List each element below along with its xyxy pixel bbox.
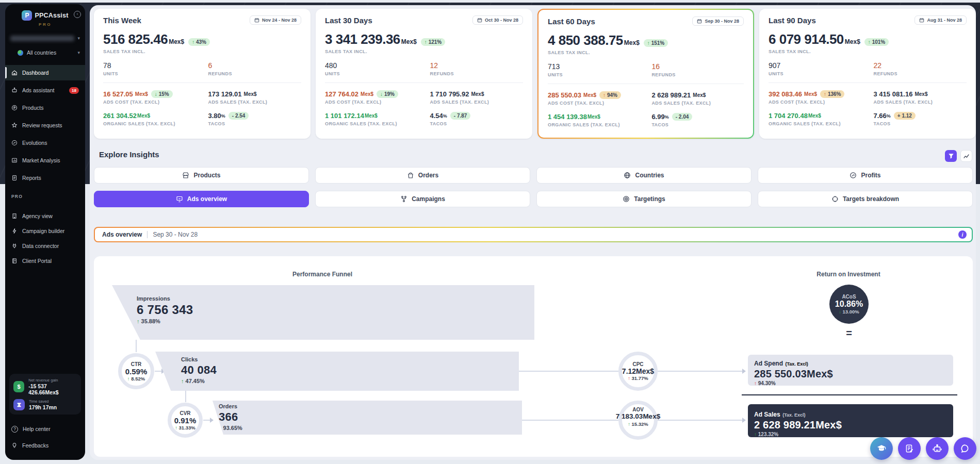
ads-sales-value: 1 710 795.92 bbox=[430, 90, 469, 98]
sidebar-item-dashboard[interactable]: Dashboard bbox=[5, 65, 85, 80]
sidebar-item-label: Evolutions bbox=[22, 140, 47, 146]
currency: Mex$ bbox=[845, 38, 860, 45]
sidebar-item-review-requests[interactable]: Review requests bbox=[5, 118, 85, 133]
chat-button[interactable] bbox=[954, 437, 976, 460]
units-label: UNITS bbox=[548, 72, 651, 77]
funnel-orders-shape: Orders 366 ↑ 93.65% bbox=[213, 401, 522, 435]
date-range-text: Aug 31 - Nov 28 bbox=[927, 18, 962, 23]
date-range-text: Nov 24 - Nov 28 bbox=[262, 18, 297, 23]
robot-icon bbox=[11, 87, 18, 93]
acos-circle: ACoS 10.86% ↓ 13.00% bbox=[829, 285, 869, 324]
insight-button-products[interactable]: Products bbox=[94, 167, 309, 184]
total-sales-badge: ↑ 151% bbox=[644, 39, 668, 47]
store-icon bbox=[182, 172, 189, 179]
insight-button-targetings[interactable]: Targetings bbox=[536, 191, 752, 207]
refunds-label: REFUNDS bbox=[651, 72, 744, 77]
refunds-label: REFUNDS bbox=[874, 71, 967, 76]
tacos-badge: + 1.12 bbox=[894, 112, 916, 120]
date-range-text: Oct 30 - Nov 28 bbox=[485, 18, 518, 23]
ads-cost-label: ADS COST (TAX. EXCL) bbox=[548, 101, 651, 106]
units-value: 907 bbox=[769, 61, 874, 70]
ads-cost-value: 285 550.03 bbox=[548, 91, 581, 99]
date-range-chip[interactable]: Sep 30 - Nov 28 bbox=[692, 16, 744, 26]
organic-sales-value: 1 454 139.38 bbox=[548, 113, 587, 121]
sidebar-item-data-connector[interactable]: Data connector bbox=[5, 239, 85, 253]
chevron-down-icon: ▾ bbox=[77, 50, 80, 55]
date-range-chip[interactable]: Oct 30 - Nov 28 bbox=[472, 15, 523, 25]
sidebar-item-evolutions[interactable]: Evolutions bbox=[5, 135, 85, 151]
ratio-divider bbox=[742, 394, 957, 395]
notes-button[interactable] bbox=[898, 437, 921, 460]
ads-cost-badge: ↓ 19% bbox=[377, 90, 398, 98]
organic-sales-value: 261 304.52 bbox=[103, 112, 137, 120]
ads-cost-badge: ↑ 136% bbox=[820, 90, 844, 98]
tacos-value: 6.99 bbox=[651, 113, 664, 121]
total-sales-badge: ↑ 43% bbox=[188, 38, 210, 46]
date-range-chip[interactable]: Nov 24 - Nov 28 bbox=[250, 15, 301, 25]
sidebar-menu: Dashboard Ads assistant 18 Products Revi… bbox=[5, 65, 85, 188]
insight-button-label: Orders bbox=[418, 172, 438, 179]
date-range-chip[interactable]: Aug 31 - Nov 28 bbox=[914, 15, 967, 25]
performance-funnel-title: Performance Funnel bbox=[266, 271, 379, 278]
plug-icon bbox=[11, 243, 18, 249]
insight-button-targets-breakdown[interactable]: Targets breakdown bbox=[758, 191, 973, 207]
stat-card-last-90-days: Last 90 Days Aug 31 - Nov 28 6 079 914.5… bbox=[759, 9, 976, 139]
stat-label: Time saved bbox=[29, 399, 57, 404]
ads-cost-value: 16 527.05 bbox=[103, 90, 133, 98]
insight-button-campaigns[interactable]: Campaigns bbox=[315, 191, 530, 207]
account-selector[interactable]: ▾ bbox=[10, 33, 80, 43]
units-value: 78 bbox=[103, 61, 208, 70]
hourglass-icon: ⧗ bbox=[13, 399, 25, 410]
globe-icon bbox=[18, 50, 23, 56]
ads-cost-value: 392 083.46 bbox=[769, 90, 802, 98]
ads-overview-bar-title: Ads overview bbox=[102, 231, 142, 238]
insight-button-profits[interactable]: Profits bbox=[758, 167, 973, 184]
up-arrow-icon: ↑ bbox=[603, 92, 606, 98]
insight-button-label: Campaigns bbox=[412, 195, 445, 203]
sidebar-item-feedbacks[interactable]: Feedbacks bbox=[5, 438, 85, 453]
chat-icon bbox=[960, 443, 970, 454]
insight-button-label: Products bbox=[193, 172, 220, 179]
sidebar-item-help-center[interactable]: ? Help center bbox=[5, 422, 85, 436]
connector-line bbox=[185, 391, 186, 402]
assistant-button[interactable] bbox=[926, 437, 949, 460]
refunds-value: 16 bbox=[651, 62, 744, 71]
insight-button-ads-overview[interactable]: Ads overview bbox=[94, 191, 309, 207]
insight-button-orders[interactable]: Orders bbox=[315, 167, 530, 184]
sidebar-section-pro: PRO bbox=[11, 194, 85, 199]
sidebar-item-reports[interactable]: Reports bbox=[5, 170, 85, 186]
impressions-value: 6 756 343 bbox=[137, 303, 534, 317]
impressions-delta: ↑ 35.88% bbox=[137, 318, 534, 324]
divider bbox=[147, 231, 148, 238]
ctr-value: 0.59% bbox=[125, 367, 148, 376]
sidebar-pro-menu: Agency view Campaign builder Data connec… bbox=[5, 209, 85, 269]
ads-sales-value: 2 628 989.21 bbox=[651, 91, 691, 99]
info-icon[interactable]: i bbox=[958, 230, 967, 239]
chart-view-button[interactable] bbox=[960, 150, 972, 162]
lightning-icon bbox=[11, 228, 18, 234]
card-title: Last 90 Days bbox=[769, 16, 816, 25]
sidebar-item-market-analysis[interactable]: Market Analysis bbox=[5, 153, 85, 168]
insight-button-countries[interactable]: Countries bbox=[536, 167, 752, 184]
orders-label: Orders bbox=[219, 403, 522, 409]
sidebar-item-label: Agency view bbox=[22, 213, 53, 219]
academy-button[interactable] bbox=[870, 437, 893, 460]
tacos-label: TACOS bbox=[430, 121, 523, 126]
country-selector-label: All countries bbox=[27, 49, 56, 56]
sidebar-collapse-icon[interactable]: ‹ bbox=[74, 11, 81, 18]
sidebar-item-label: Feedbacks bbox=[22, 442, 48, 449]
filter-button[interactable] bbox=[945, 150, 957, 162]
sidebar: P PPCAssist ‹ PRO ▾ All countries ▾ Dash… bbox=[5, 4, 85, 460]
sidebar-item-agency-view[interactable]: Agency view bbox=[5, 209, 85, 223]
ctr-circle: CTR 0.59% ↑ 8.52% bbox=[118, 353, 154, 389]
total-sales-badge: ↑ 121% bbox=[421, 38, 445, 46]
sidebar-item-products[interactable]: Products bbox=[5, 100, 85, 115]
sidebar-item-ads-assistant[interactable]: Ads assistant 18 bbox=[5, 82, 85, 98]
country-selector[interactable]: All countries ▾ bbox=[18, 47, 80, 58]
tacos-badge: - 2.04 bbox=[672, 113, 693, 121]
sidebar-item-client-portal[interactable]: Client Portal bbox=[5, 254, 85, 268]
ad-sales-delta: ↑ 123.32% bbox=[754, 432, 947, 437]
insight-button-label: Countries bbox=[635, 172, 664, 179]
sidebar-item-campaign-builder[interactable]: Campaign builder bbox=[5, 224, 85, 238]
cvr-label: CVR bbox=[179, 410, 190, 416]
